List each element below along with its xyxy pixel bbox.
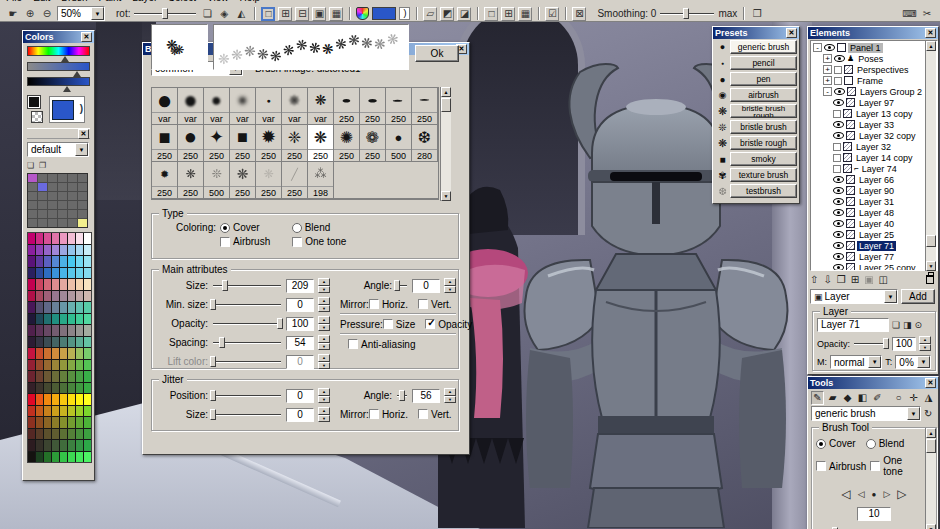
- spinner[interactable]: ▲▼: [444, 278, 456, 293]
- spin-up-icon[interactable]: ▲: [318, 354, 330, 362]
- new-page-icon[interactable]: ❐: [750, 7, 764, 21]
- visibility-checkbox[interactable]: [834, 77, 842, 85]
- palette-swatch[interactable]: [76, 452, 83, 463]
- visibility-eye-icon[interactable]: [833, 198, 844, 205]
- mini-swatch[interactable]: [58, 210, 67, 218]
- palette-swatch[interactable]: [84, 291, 91, 302]
- view-tiles-icon[interactable]: ▦: [329, 7, 343, 21]
- preset-button[interactable]: texture brush: [730, 168, 797, 182]
- brush-cell[interactable]: ✹250: [256, 125, 282, 161]
- view-single-icon[interactable]: □: [261, 7, 275, 21]
- jitter-position-slider-thumb[interactable]: [210, 390, 216, 401]
- palette-swatch[interactable]: [28, 360, 35, 371]
- brush-cell[interactable]: ❋var: [308, 88, 334, 124]
- palette-swatch[interactable]: [68, 314, 75, 325]
- gradient-tool-icon[interactable]: ◧: [856, 391, 869, 405]
- menu-view[interactable]: View: [207, 0, 229, 3]
- mini-swatch[interactable]: [68, 174, 77, 182]
- size-decrease-icon[interactable]: ◁: [858, 489, 865, 499]
- presets-titlebar[interactable]: Presets ✕: [713, 27, 799, 39]
- mode-normal-icon[interactable]: □: [484, 7, 498, 21]
- mini-swatch[interactable]: [78, 174, 87, 182]
- tree-row[interactable]: ⌐Layer 74: [811, 163, 937, 174]
- palette-copy-icon[interactable]: ❏: [27, 161, 34, 170]
- palette-swatch[interactable]: [76, 348, 83, 359]
- tools-scrollbar-thumb[interactable]: [926, 439, 936, 453]
- palette-swatch[interactable]: [44, 291, 51, 302]
- smoothing-slider-thumb[interactable]: [683, 8, 689, 19]
- refresh-brush-icon[interactable]: ↻: [924, 408, 932, 419]
- palette-swatch[interactable]: [84, 325, 91, 336]
- palette-swatch[interactable]: [84, 245, 91, 256]
- size-slider[interactable]: [212, 280, 282, 291]
- palette-section-titlebar[interactable]: ✕: [27, 128, 90, 139]
- select-apply-icon[interactable]: ☑: [545, 7, 559, 21]
- preset-button[interactable]: pen: [730, 72, 797, 86]
- palette-swatch[interactable]: [76, 371, 83, 382]
- mini-swatch[interactable]: [58, 174, 67, 182]
- palette-swatch[interactable]: [76, 291, 83, 302]
- tools-scrollbar[interactable]: ▲ ▼: [925, 428, 936, 529]
- menu-paint[interactable]: Paint: [98, 0, 121, 3]
- layer-opacity-slider[interactable]: [853, 338, 889, 349]
- layer-t-select[interactable]: 0% ▼: [895, 355, 931, 369]
- palette-swatch[interactable]: [60, 279, 67, 290]
- palette-swatch[interactable]: [68, 440, 75, 451]
- spinner[interactable]: ▲▼: [318, 354, 330, 369]
- spinner[interactable]: ▲▼: [444, 388, 456, 403]
- palette-swatch[interactable]: [60, 417, 67, 428]
- brush-cell[interactable]: ●var: [204, 88, 230, 124]
- mini-swatch[interactable]: [68, 219, 77, 227]
- spin-down-icon[interactable]: ▼: [318, 362, 330, 370]
- brush-cell[interactable]: ╱250: [282, 162, 308, 198]
- tree-scrollbar-thumb[interactable]: [926, 235, 936, 247]
- scrollbar-thumb[interactable]: [441, 98, 451, 112]
- angle-slider-thumb[interactable]: [394, 280, 400, 291]
- menu-layer[interactable]: Layer: [132, 0, 157, 3]
- brush-cell[interactable]: ❋250: [256, 162, 282, 198]
- palette-swatch[interactable]: [36, 406, 43, 417]
- zoom-out-cursor-icon[interactable]: ⊖: [40, 7, 54, 21]
- palette-swatch[interactable]: [36, 256, 43, 267]
- palette-swatch[interactable]: [28, 256, 35, 267]
- palette-swatch[interactable]: [52, 417, 59, 428]
- spin-up-icon[interactable]: ▲: [444, 388, 456, 396]
- cut-icon[interactable]: ✂: [920, 7, 934, 21]
- palette-swatch[interactable]: [84, 268, 91, 279]
- palette-swatch[interactable]: [44, 325, 51, 336]
- palette-swatch[interactable]: [52, 383, 59, 394]
- layer-link-icon[interactable]: ❏: [892, 320, 900, 330]
- size-decrease-fast-icon[interactable]: ◁: [841, 487, 850, 501]
- spacing-slider-thumb[interactable]: [219, 337, 225, 348]
- tool-brush-select[interactable]: generic brush ▼: [811, 406, 921, 421]
- palette-swatch[interactable]: [84, 233, 91, 244]
- menu-edit[interactable]: Edit: [33, 0, 50, 3]
- palette-swatch[interactable]: [28, 417, 35, 428]
- palette-swatch[interactable]: [60, 383, 67, 394]
- tools-scroll-down-icon[interactable]: ▼: [926, 524, 936, 529]
- current-color-swatch[interactable]: [372, 7, 396, 20]
- smoothing-slider[interactable]: [659, 8, 715, 19]
- palette-swatch[interactable]: [44, 268, 51, 279]
- visibility-checkbox[interactable]: [834, 66, 842, 74]
- palette-swatch[interactable]: [84, 337, 91, 348]
- liftcolor-slider-thumb[interactable]: [210, 356, 216, 367]
- brush-cell[interactable]: ●250: [178, 125, 204, 161]
- tree-row[interactable]: -Layers Group 2: [811, 86, 937, 97]
- mini-swatch[interactable]: [28, 192, 37, 200]
- tools-close-icon[interactable]: ✕: [925, 378, 936, 388]
- palette-swatch[interactable]: [44, 337, 51, 348]
- palette-swatch[interactable]: [76, 394, 83, 405]
- tree-row[interactable]: Layer 77: [811, 251, 937, 262]
- palette-swatch[interactable]: [36, 394, 43, 405]
- expand-toggle-icon[interactable]: +: [823, 65, 832, 74]
- expand-toggle-icon[interactable]: +: [823, 76, 832, 85]
- one-tone-checkbox[interactable]: [292, 237, 302, 247]
- palette-swatch[interactable]: [60, 406, 67, 417]
- mini-swatch[interactable]: [78, 210, 87, 218]
- mini-swatch[interactable]: [68, 192, 77, 200]
- menu-file[interactable]: File: [6, 0, 22, 3]
- custom-swatch-grid[interactable]: [27, 173, 88, 228]
- tree-scrollbar[interactable]: ▲ ▼: [925, 41, 936, 271]
- opacity-value[interactable]: 100: [286, 317, 314, 331]
